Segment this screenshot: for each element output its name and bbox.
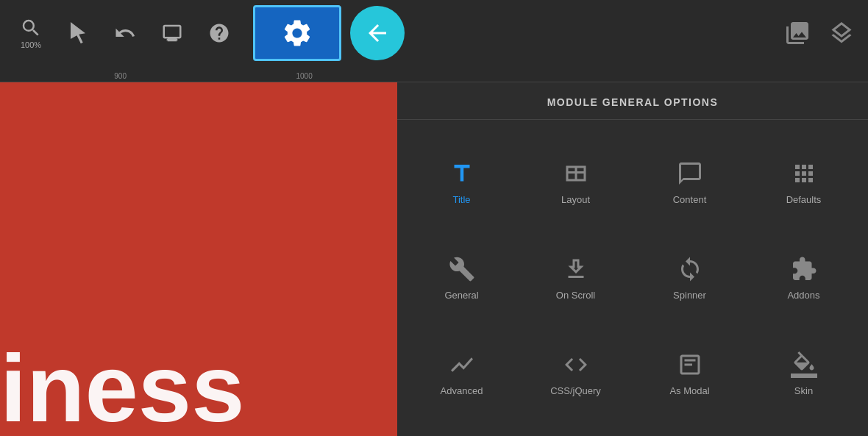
option-skin-label: Skin [794, 385, 813, 396]
zoom-value: 100% [21, 40, 41, 49]
addons-icon [791, 256, 817, 282]
ruler-marks: 900 1000 [0, 72, 397, 80]
option-defaults-label: Defaults [786, 194, 822, 205]
option-advanced-label: Advanced [441, 385, 483, 396]
option-addons-label: Addons [787, 290, 819, 301]
option-advanced[interactable]: Advanced [405, 326, 519, 421]
toolbar-right [780, 15, 859, 51]
css-jquery-icon [563, 351, 589, 378]
general-icon [449, 256, 475, 282]
zoom-tool[interactable]: 100% [9, 7, 53, 59]
layers-icon [828, 20, 855, 46]
advanced-icon [449, 351, 475, 378]
ruler-mark-1000: 1000 [296, 72, 312, 80]
option-content[interactable]: Content [633, 135, 747, 230]
option-general[interactable]: General [405, 230, 519, 326]
option-layout-label: Layout [561, 194, 590, 205]
back-arrow-icon [364, 20, 391, 46]
undo-tool[interactable] [103, 7, 147, 59]
device-tool[interactable] [150, 7, 194, 59]
monitor-icon [161, 22, 183, 44]
as-modal-icon [677, 351, 703, 378]
help-icon [208, 22, 230, 44]
back-button[interactable] [350, 6, 405, 60]
title-icon [449, 160, 475, 187]
settings-tool[interactable] [253, 5, 341, 61]
layout-icon [563, 160, 589, 187]
option-css-jquery-label: CSS/jQuery [550, 385, 601, 396]
option-on-scroll-label: On Scroll [556, 290, 595, 301]
right-panel: MODULE GENERAL OPTIONS Title Layout [397, 82, 868, 436]
undo-icon [114, 22, 136, 44]
media-icon [784, 20, 811, 46]
defaults-icon [791, 160, 817, 187]
skin-icon [791, 351, 817, 378]
svg-rect-0 [171, 39, 174, 40]
option-spinner[interactable]: Spinner [633, 230, 747, 326]
panel-title: MODULE GENERAL OPTIONS [547, 96, 719, 108]
search-icon [20, 17, 42, 39]
on-scroll-icon [563, 256, 589, 282]
settings-icon [281, 17, 313, 49]
option-as-modal-label: As Modal [669, 385, 709, 396]
option-content-label: Content [673, 194, 707, 205]
main-area: iness MODULE GENERAL OPTIONS Title Layou… [0, 82, 868, 436]
option-title[interactable]: Title [405, 135, 519, 230]
canvas-area: iness [0, 82, 397, 436]
toolbar: 100% [0, 0, 868, 66]
ruler: 900 1000 [0, 66, 868, 82]
ruler-mark-900: 900 [114, 72, 127, 80]
canvas-text: iness [0, 340, 244, 436]
help-tool[interactable] [197, 7, 241, 59]
option-on-scroll[interactable]: On Scroll [519, 230, 633, 326]
select-tool[interactable] [56, 7, 100, 59]
option-layout[interactable]: Layout [519, 135, 633, 230]
option-defaults[interactable]: Defaults [747, 135, 861, 230]
toolbar-left: 100% [9, 7, 241, 59]
media-tool[interactable] [780, 15, 815, 51]
options-grid: Title Layout Content Defau [397, 120, 868, 436]
option-title-label: Title [452, 194, 470, 205]
panel-header: MODULE GENERAL OPTIONS [397, 82, 868, 120]
layers-tool[interactable] [824, 15, 859, 51]
option-skin[interactable]: Skin [747, 326, 861, 421]
option-addons[interactable]: Addons [747, 230, 861, 326]
option-css-jquery[interactable]: CSS/jQuery [519, 326, 633, 421]
content-icon [677, 160, 703, 187]
cursor-icon [67, 22, 89, 44]
spinner-icon [677, 256, 703, 282]
option-spinner-label: Spinner [673, 290, 706, 301]
option-as-modal[interactable]: As Modal [633, 326, 747, 421]
option-general-label: General [444, 290, 478, 301]
